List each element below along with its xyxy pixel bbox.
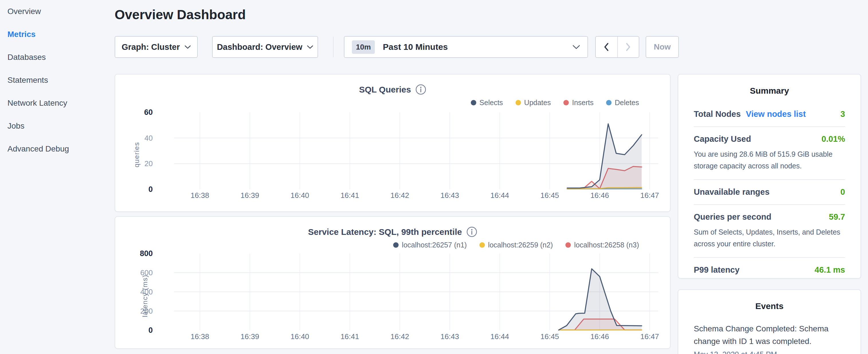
summary-row-label: Capacity Used [694,134,751,144]
summary-row-capacity-used: Capacity Used 0.01% You are using 28.6 M… [694,127,845,179]
summary-row-label: Queries per second [694,212,771,222]
summary-row-p99-latency: P99 latency 46.1 ms [694,258,845,282]
summary-row-label: P99 latency [694,265,740,275]
y-axis-tick-label: 40 [115,134,153,142]
overview-dashboard-page: { "sidebar": { "items": [ { "label": "Ov… [0,0,868,354]
chevron-down-icon [572,45,580,49]
x-axis-tick-label: 16:44 [483,191,517,200]
sidebar-item-advanced-debug[interactable]: Advanced Debug [0,137,115,160]
x-axis-tick-label: 16:38 [183,332,217,341]
time-window-label: Past 10 Minutes [383,42,448,52]
events-panel: Events Schema Change Completed: Schema c… [678,289,861,354]
x-axis-tick-label: 16:47 [632,332,667,341]
dashboard-dropdown-label: Dashboard: Overview [217,42,302,52]
chevron-down-icon [185,45,191,49]
y-axis-tick-label: 0 [115,326,153,335]
x-axis-tick-label: 16:47 [632,191,667,200]
chevron-left-icon [603,43,609,51]
summary-row-description: Sum of Selects, Updates, Inserts, and De… [694,226,845,250]
x-axis-tick-label: 16:39 [233,191,267,200]
x-axis-tick-label: 16:46 [583,191,617,200]
summary-row-label: Total Nodes [694,109,741,119]
y-axis-tick-label: 800 [115,249,153,258]
summary-row-value: 59.7 [829,212,845,222]
x-axis-tick-label: 16:41 [333,332,367,341]
x-axis-tick-label: 16:41 [333,191,367,200]
y-axis-label: latency (ms) [141,275,149,317]
x-axis-tick-label: 16:45 [532,191,567,200]
view-nodes-list-link[interactable]: View nodes list [746,109,806,119]
y-axis-tick-label: 60 [115,108,153,117]
chart-svg [115,217,670,348]
x-axis-tick-label: 16:39 [233,332,267,341]
graph-dropdown-label: Graph: Cluster [122,42,180,52]
service-latency-chart-panel: Service Latency: SQL, 99th percentile lo… [115,216,671,349]
y-axis-tick-label: 0 [115,185,153,194]
summary-row-description: You are using 28.6 MiB of 515.9 GiB usab… [694,148,845,172]
summary-panel: Summary Total Nodes View nodes list 3 Ca… [678,74,861,279]
summary-row-value: 0.01% [822,134,845,144]
event-timestamp: May 13, 2020 at 4:45 PM [694,350,845,354]
sidebar: Overview Metrics Databases Statements Ne… [0,0,115,354]
sql-queries-chart-panel: SQL Queries SelectsUpdatesInsertsDeletes… [115,74,671,212]
x-axis-tick-label: 16:45 [532,332,567,341]
prev-range-button[interactable] [596,37,617,57]
time-window-selector[interactable]: 10m Past 10 Minutes [344,36,588,58]
chevron-right-icon [625,43,631,51]
sidebar-item-overview[interactable]: Overview [0,0,115,23]
series-area-Selects [567,124,642,189]
summary-row-value: 3 [840,109,845,119]
next-range-button[interactable] [617,37,639,57]
summary-row-value: 0 [840,187,845,197]
dashboard-dropdown[interactable]: Dashboard: Overview [212,36,318,58]
summary-row-value: 46.1 ms [815,265,845,275]
summary-title: Summary [678,74,861,96]
header-divider [333,37,334,57]
y-axis-label: queries [133,142,141,167]
sidebar-item-metrics[interactable]: Metrics [0,23,115,46]
x-axis-tick-label: 16:42 [382,332,417,341]
graph-dropdown[interactable]: Graph: Cluster [115,36,198,58]
summary-row-label: Unavailable ranges [694,187,769,197]
time-window-badge: 10m [352,40,375,54]
x-axis-tick-label: 16:44 [483,332,517,341]
event-message: Schema Change Completed: Schema change w… [694,322,845,348]
sidebar-item-jobs[interactable]: Jobs [0,115,115,137]
time-step-buttons [595,36,639,58]
x-axis-tick-label: 16:38 [183,191,217,200]
sidebar-item-network-latency[interactable]: Network Latency [0,92,115,115]
summary-row-queries-per-second: Queries per second 59.7 Sum of Selects, … [694,205,845,257]
chevron-down-icon [307,45,313,49]
x-axis-tick-label: 16:46 [583,332,617,341]
summary-row-unavailable-ranges: Unavailable ranges 0 [694,180,845,204]
events-title: Events [678,290,861,311]
now-button[interactable]: Now [646,36,679,58]
x-axis-tick-label: 16:40 [283,191,317,200]
x-axis-tick-label: 16:40 [283,332,317,341]
page-title: Overview Dashboard [115,7,246,22]
x-axis-tick-label: 16:43 [433,191,467,200]
x-axis-tick-label: 16:42 [382,191,417,200]
sidebar-item-databases[interactable]: Databases [0,46,115,69]
sidebar-item-statements[interactable]: Statements [0,69,115,92]
summary-row-total-nodes: Total Nodes View nodes list 3 [694,96,845,126]
x-axis-tick-label: 16:43 [433,332,467,341]
